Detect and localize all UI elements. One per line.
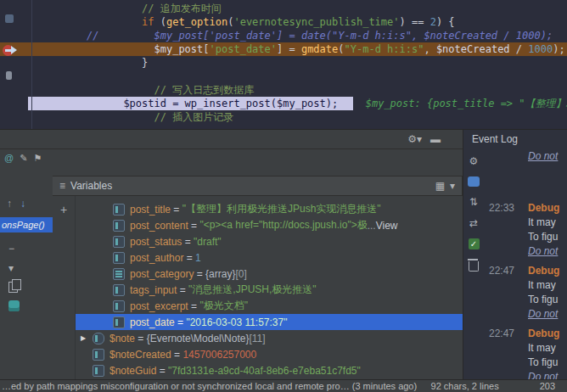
code-token: (: [154, 16, 166, 28]
variable-name: $noteGuid: [109, 365, 156, 377]
code-line[interactable]: $postid = wp_insert_post($my_post); $my_…: [31, 97, 567, 110]
mark-all-read-icon[interactable]: ✓: [469, 238, 480, 249]
code-token: $my_post['post_date'] = date("Y-m-d h:i:…: [154, 30, 553, 42]
mute-breakpoints-icon[interactable]: @: [4, 153, 14, 164]
equals-sign: =: [183, 252, 195, 264]
caret-position[interactable]: 203: [540, 381, 555, 391]
variable-name: tags_input: [130, 284, 177, 296]
code-lines[interactable]: // 追加发布时间 if (get_option('evernotesync_p…: [31, 2, 567, 124]
menu-icon[interactable]: ≡: [59, 180, 65, 192]
debug-tool-window: ⚙▾ ▬ Event Log @ ✎ ⚑ ↑ ↓ onsPage: [0, 129, 567, 379]
frame-method-label: onsPage(): [2, 220, 45, 230]
code-token: ) {: [436, 16, 455, 28]
event-message-line: It may: [489, 216, 567, 230]
code-token: [31, 43, 154, 55]
code-token: // 追加发布时间: [142, 3, 222, 14]
expand-arrow-icon[interactable]: ▶: [81, 334, 93, 342]
chevron-down-icon: ▾: [417, 133, 422, 145]
code-editor[interactable]: // 追加发布时间 if (get_option('evernotesync_p…: [0, 0, 567, 129]
status-message[interactable]: …ed by path mappings misconfiguration or…: [2, 381, 431, 391]
layout-icon[interactable]: ▦: [435, 180, 445, 192]
variables-header[interactable]: ≡ Variables ▦ ▾: [53, 176, 463, 196]
event-log-settings-icon[interactable]: ⚙: [469, 155, 479, 167]
variable-name: post_excerpt: [130, 300, 188, 312]
variable-row[interactable]: post_status = "draft": [76, 233, 463, 249]
variables-tree[interactable]: post_title = "【整理】利用极光推送JPush实现消息推送"post…: [76, 196, 463, 379]
code-line[interactable]: if (get_option('evernotesync_publish_tim…: [31, 15, 567, 29]
scroll-to-end-icon[interactable]: ⇅: [469, 196, 478, 208]
edit-watches-icon[interactable]: ✎: [20, 153, 27, 164]
event-message-line: It may: [489, 341, 567, 356]
event-message-line[interactable]: Do not: [489, 370, 567, 379]
code-token: $postid = wp_insert_post($my_post);: [123, 98, 338, 109]
variables-main: + post_title = "【整理】利用极光推送JPush实现消息推送"po…: [53, 196, 463, 379]
code-line[interactable]: [31, 70, 567, 83]
variable-row[interactable]: $noteCreated = 1457006257000: [76, 346, 463, 362]
variable-name: post_author: [130, 252, 183, 264]
variable-value: {array}: [205, 268, 235, 280]
equals-sign: =: [156, 365, 168, 377]
event-log-entries[interactable]: Do not22:33DebugIt mayTo figuDo not22:47…: [484, 148, 567, 379]
code-line[interactable]: // 追加发布时间: [31, 2, 567, 15]
variable-value: "【整理】利用极光推送JPush实现消息推送": [182, 202, 381, 216]
code-token: /: [510, 43, 529, 55]
add-watch-icon[interactable]: +: [60, 203, 67, 216]
event-log-toolbar: ⚙ ⇅ ⇄ ✓: [463, 148, 484, 379]
frame-up-icon[interactable]: ↑: [7, 198, 12, 210]
variable-row[interactable]: post_date = "2016-03-03 11:57:37": [76, 314, 463, 330]
expand-all-icon[interactable]: ▾: [8, 262, 14, 274]
code-token: (: [338, 43, 344, 55]
frames-selected-item[interactable]: onsPage(): [0, 217, 53, 232]
variable-value: {Evernote\Model\Note}: [147, 333, 250, 344]
variable-row[interactable]: post_excerpt = "极光文档": [76, 298, 463, 314]
header-chevron-icon[interactable]: ▾: [450, 180, 455, 192]
variable-value: "极光文档": [199, 299, 248, 313]
code-line[interactable]: }: [31, 56, 567, 70]
remove-icon[interactable]: −: [8, 243, 14, 255]
event-time: 22:47: [489, 327, 523, 341]
variable-row[interactable]: $noteGuid = "7fd3131e-a9cd-40af-8eb6-e7e…: [76, 362, 463, 378]
variable-row[interactable]: tags_input = "消息推送,JPUSH,极光推送": [76, 282, 463, 298]
variable-row[interactable]: post_content = "<p><a href="http://docs.…: [76, 217, 463, 233]
execution-pointer-icon: [5, 49, 11, 52]
code-token: [31, 84, 154, 96]
selection-info[interactable]: 92 chars, 2 lines: [431, 381, 499, 391]
variable-type-icon: [113, 268, 125, 280]
event-log-entry: 22:33DebugIt mayTo figuDo not: [489, 201, 567, 259]
code-token: //: [87, 30, 98, 42]
code-line[interactable]: // $my_post['post_date'] = date("Y-m-d h…: [31, 29, 567, 42]
variable-row[interactable]: post_category = {array} [0]: [76, 266, 463, 282]
event-message-line[interactable]: Do not: [489, 244, 567, 259]
variable-row[interactable]: post_title = "【整理】利用极光推送JPush实现消息推送": [76, 201, 463, 217]
editor-gutter[interactable]: [0, 0, 32, 129]
event-log-pane: ⚙ ⇅ ⇄ ✓ Do not22:33DebugIt mayTo figuDo …: [463, 148, 567, 379]
status-right-group: 92 chars, 2 lines 203: [431, 381, 555, 391]
code-line[interactable]: $my_post['post_date'] = gmdate("Y-m-d h:…: [0, 42, 567, 56]
clear-log-icon[interactable]: [469, 261, 479, 272]
code-token: $my_post: [154, 43, 204, 55]
event-message-line[interactable]: Do not: [489, 307, 567, 322]
swap-icon[interactable]: ⇄: [469, 217, 478, 229]
balloon-notifications-icon[interactable]: [468, 176, 480, 187]
variable-row[interactable]: ▶$note = {Evernote\Model\Note} [11]: [76, 330, 463, 346]
execution-line-highlight: $postid = wp_insert_post($my_post);: [28, 97, 353, 110]
code-token: gmdate: [301, 43, 338, 55]
hide-panel-icon[interactable]: ▬: [430, 133, 441, 145]
variable-value: [0]: [235, 268, 246, 280]
variable-type-icon: [113, 300, 125, 312]
code-token: 2: [430, 16, 436, 28]
memory-view-icon[interactable]: [8, 300, 20, 311]
variable-row[interactable]: post_author = 1: [76, 249, 463, 266]
variable-value: View: [376, 220, 398, 232]
frame-down-icon[interactable]: ↓: [20, 198, 25, 210]
copy-icon[interactable]: [8, 282, 18, 293]
event-log-partial-line[interactable]: Do not: [489, 150, 567, 163]
equals-sign: =: [135, 333, 147, 344]
code-line[interactable]: // 写入日志到数据库: [31, 83, 567, 97]
code-line[interactable]: // 插入图片记录: [31, 110, 567, 124]
settings-gear-icon[interactable]: ⚙▾: [407, 133, 422, 145]
tag-icon[interactable]: ⚑: [33, 153, 42, 164]
variable-name: $note: [109, 333, 135, 344]
variable-type-icon: [113, 236, 125, 248]
variables-toolbar: +: [53, 196, 76, 379]
